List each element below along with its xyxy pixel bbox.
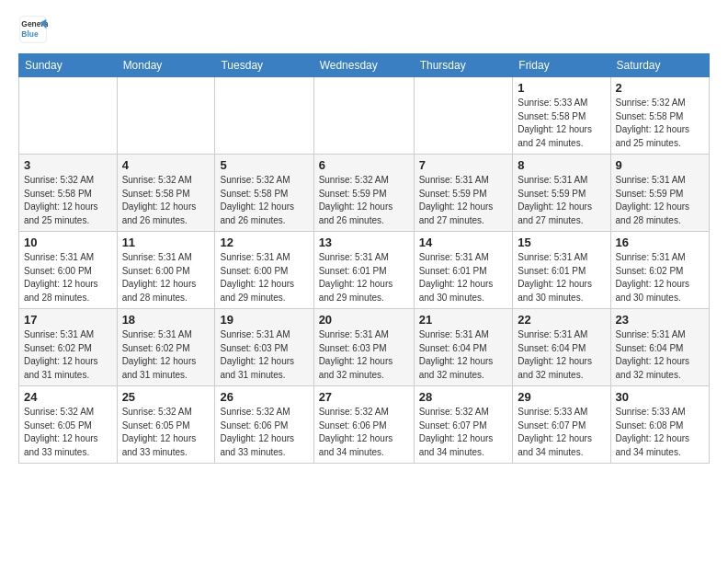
day-number: 28 (419, 390, 508, 404)
day-info: Sunrise: 5:31 AM Sunset: 6:02 PM Dayligh… (616, 251, 704, 304)
svg-text:Blue: Blue (21, 29, 39, 39)
calendar-cell: 7Sunrise: 5:31 AM Sunset: 5:59 PM Daylig… (414, 155, 513, 232)
calendar-cell: 14Sunrise: 5:31 AM Sunset: 6:01 PM Dayli… (414, 232, 513, 309)
day-number: 19 (220, 313, 308, 327)
calendar-cell: 17Sunrise: 5:31 AM Sunset: 6:02 PM Dayli… (19, 309, 118, 386)
day-number: 10 (24, 236, 112, 249)
calendar-cell: 25Sunrise: 5:32 AM Sunset: 6:05 PM Dayli… (117, 386, 215, 464)
day-info: Sunrise: 5:32 AM Sunset: 6:07 PM Dayligh… (419, 406, 508, 459)
calendar-cell: 1Sunrise: 5:33 AM Sunset: 5:58 PM Daylig… (513, 77, 610, 155)
day-info: Sunrise: 5:31 AM Sunset: 5:59 PM Dayligh… (616, 174, 704, 227)
calendar-cell: 23Sunrise: 5:31 AM Sunset: 6:04 PM Dayli… (610, 309, 709, 386)
day-header-monday: Monday (117, 54, 215, 77)
day-number: 2 (616, 81, 704, 95)
day-number: 9 (616, 158, 704, 172)
calendar-cell: 21Sunrise: 5:31 AM Sunset: 6:04 PM Dayli… (414, 309, 513, 386)
header: General Blue (18, 15, 710, 44)
calendar-cell: 30Sunrise: 5:33 AM Sunset: 6:08 PM Dayli… (610, 386, 709, 464)
calendar-week-1: 1Sunrise: 5:33 AM Sunset: 5:58 PM Daylig… (19, 77, 710, 155)
calendar-cell: 3Sunrise: 5:32 AM Sunset: 5:58 PM Daylig… (19, 155, 118, 232)
day-header-sunday: Sunday (19, 54, 118, 77)
calendar-cell (414, 77, 513, 155)
calendar-cell: 28Sunrise: 5:32 AM Sunset: 6:07 PM Dayli… (414, 386, 513, 464)
day-info: Sunrise: 5:31 AM Sunset: 6:03 PM Dayligh… (220, 328, 308, 382)
calendar-cell: 24Sunrise: 5:32 AM Sunset: 6:05 PM Dayli… (19, 386, 118, 464)
day-info: Sunrise: 5:33 AM Sunset: 6:08 PM Dayligh… (616, 406, 704, 459)
day-number: 22 (518, 313, 605, 327)
day-number: 15 (518, 236, 605, 249)
day-number: 23 (616, 313, 704, 327)
day-info: Sunrise: 5:31 AM Sunset: 5:59 PM Dayligh… (419, 174, 508, 227)
day-number: 1 (518, 81, 605, 95)
day-header-thursday: Thursday (414, 54, 513, 77)
day-number: 20 (319, 313, 409, 327)
day-header-friday: Friday (513, 54, 610, 77)
day-number: 6 (319, 158, 409, 172)
calendar-cell: 10Sunrise: 5:31 AM Sunset: 6:00 PM Dayli… (19, 232, 118, 309)
day-info: Sunrise: 5:31 AM Sunset: 6:04 PM Dayligh… (518, 328, 605, 382)
calendar-week-5: 24Sunrise: 5:32 AM Sunset: 6:05 PM Dayli… (19, 386, 710, 464)
day-number: 13 (319, 236, 409, 249)
calendar-cell (117, 77, 215, 155)
page: General Blue SundayMondayTuesdayWednesda… (0, 0, 728, 473)
day-number: 29 (518, 390, 605, 404)
day-info: Sunrise: 5:31 AM Sunset: 6:01 PM Dayligh… (419, 251, 508, 304)
calendar-cell (215, 77, 313, 155)
calendar-cell: 8Sunrise: 5:31 AM Sunset: 5:59 PM Daylig… (513, 155, 610, 232)
day-header-saturday: Saturday (610, 54, 709, 77)
day-info: Sunrise: 5:31 AM Sunset: 6:03 PM Dayligh… (319, 328, 409, 382)
calendar-week-2: 3Sunrise: 5:32 AM Sunset: 5:58 PM Daylig… (19, 155, 710, 232)
day-number: 8 (518, 158, 605, 172)
day-info: Sunrise: 5:31 AM Sunset: 6:00 PM Dayligh… (122, 251, 210, 304)
day-number: 26 (220, 390, 308, 404)
day-info: Sunrise: 5:31 AM Sunset: 6:01 PM Dayligh… (518, 251, 605, 304)
day-number: 18 (122, 313, 210, 327)
calendar-cell: 26Sunrise: 5:32 AM Sunset: 6:06 PM Dayli… (215, 386, 313, 464)
calendar-week-4: 17Sunrise: 5:31 AM Sunset: 6:02 PM Dayli… (19, 309, 710, 386)
calendar-cell: 20Sunrise: 5:31 AM Sunset: 6:03 PM Dayli… (313, 309, 414, 386)
day-number: 21 (419, 313, 508, 327)
day-info: Sunrise: 5:32 AM Sunset: 6:05 PM Dayligh… (122, 406, 210, 459)
calendar-cell: 22Sunrise: 5:31 AM Sunset: 6:04 PM Dayli… (513, 309, 610, 386)
day-info: Sunrise: 5:31 AM Sunset: 6:00 PM Dayligh… (220, 251, 308, 304)
day-info: Sunrise: 5:31 AM Sunset: 6:02 PM Dayligh… (122, 328, 210, 382)
day-number: 5 (220, 158, 308, 172)
day-info: Sunrise: 5:31 AM Sunset: 6:02 PM Dayligh… (24, 328, 112, 382)
calendar-header-row: SundayMondayTuesdayWednesdayThursdayFrid… (19, 54, 710, 77)
day-info: Sunrise: 5:32 AM Sunset: 6:06 PM Dayligh… (220, 406, 308, 459)
day-number: 24 (24, 390, 112, 404)
day-info: Sunrise: 5:33 AM Sunset: 5:58 PM Dayligh… (518, 97, 605, 150)
day-number: 27 (319, 390, 409, 404)
day-info: Sunrise: 5:32 AM Sunset: 5:58 PM Dayligh… (220, 174, 308, 227)
calendar-cell: 4Sunrise: 5:32 AM Sunset: 5:58 PM Daylig… (117, 155, 215, 232)
day-info: Sunrise: 5:32 AM Sunset: 5:58 PM Dayligh… (616, 97, 704, 150)
day-info: Sunrise: 5:32 AM Sunset: 5:58 PM Dayligh… (122, 174, 210, 227)
day-number: 17 (24, 313, 112, 327)
calendar-cell: 2Sunrise: 5:32 AM Sunset: 5:58 PM Daylig… (610, 77, 709, 155)
calendar-table: SundayMondayTuesdayWednesdayThursdayFrid… (18, 53, 710, 464)
calendar-cell (19, 77, 118, 155)
day-number: 25 (122, 390, 210, 404)
day-info: Sunrise: 5:31 AM Sunset: 6:04 PM Dayligh… (616, 328, 704, 382)
calendar-cell: 19Sunrise: 5:31 AM Sunset: 6:03 PM Dayli… (215, 309, 313, 386)
calendar-cell: 9Sunrise: 5:31 AM Sunset: 5:59 PM Daylig… (610, 155, 709, 232)
day-header-wednesday: Wednesday (313, 54, 414, 77)
calendar-cell: 6Sunrise: 5:32 AM Sunset: 5:59 PM Daylig… (313, 155, 414, 232)
day-info: Sunrise: 5:32 AM Sunset: 6:06 PM Dayligh… (319, 406, 409, 459)
day-number: 30 (616, 390, 704, 404)
day-info: Sunrise: 5:33 AM Sunset: 6:07 PM Dayligh… (518, 406, 605, 459)
calendar-cell: 12Sunrise: 5:31 AM Sunset: 6:00 PM Dayli… (215, 232, 313, 309)
calendar-cell: 18Sunrise: 5:31 AM Sunset: 6:02 PM Dayli… (117, 309, 215, 386)
day-info: Sunrise: 5:31 AM Sunset: 6:04 PM Dayligh… (419, 328, 508, 382)
calendar-cell: 15Sunrise: 5:31 AM Sunset: 6:01 PM Dayli… (513, 232, 610, 309)
calendar-cell: 5Sunrise: 5:32 AM Sunset: 5:58 PM Daylig… (215, 155, 313, 232)
calendar-cell: 13Sunrise: 5:31 AM Sunset: 6:01 PM Dayli… (313, 232, 414, 309)
day-info: Sunrise: 5:32 AM Sunset: 5:59 PM Dayligh… (319, 174, 409, 227)
calendar-cell: 16Sunrise: 5:31 AM Sunset: 6:02 PM Dayli… (610, 232, 709, 309)
day-info: Sunrise: 5:31 AM Sunset: 6:01 PM Dayligh… (319, 251, 409, 304)
logo-icon: General Blue (18, 15, 48, 44)
calendar-cell: 27Sunrise: 5:32 AM Sunset: 6:06 PM Dayli… (313, 386, 414, 464)
day-number: 3 (24, 158, 112, 172)
day-info: Sunrise: 5:31 AM Sunset: 6:00 PM Dayligh… (24, 251, 112, 304)
day-header-tuesday: Tuesday (215, 54, 313, 77)
